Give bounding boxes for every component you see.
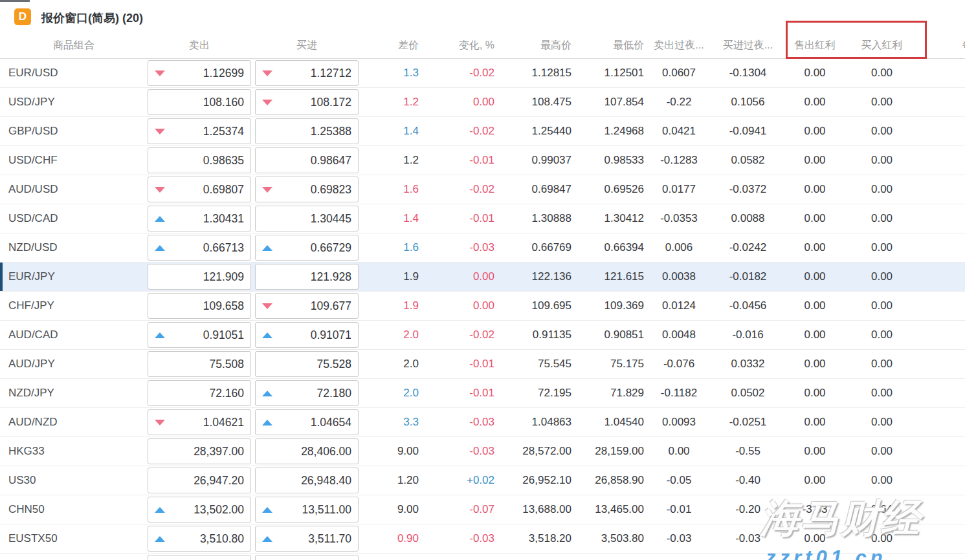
buy-price-button[interactable]: 1.12712 [255, 60, 359, 86]
table-row[interactable]: EUSTX50 3,510.80 3,511.70 0.90 -0.03 3,5… [0, 524, 965, 554]
table-row[interactable]: AUD/JPY 75.508 75.528 2.0 -0.01 75.545 7… [0, 350, 965, 379]
sell-overnight-value: -0.03 [644, 532, 714, 545]
sell-price-button[interactable]: 1.12699 [148, 60, 251, 86]
sell-cell: 109.658 [148, 293, 251, 319]
sell-price-button[interactable]: 0.98635 [148, 147, 251, 173]
sell-price: 109.658 [165, 299, 244, 313]
table-row[interactable]: USD/CAD 1.30431 1.30445 1.4 -0.01 1.3088… [0, 204, 965, 233]
table-row[interactable]: NZD/USD 0.66713 0.66729 1.6 -0.03 0.6676… [0, 233, 965, 263]
table-row[interactable]: AUD/USD 0.69807 0.69823 1.6 -0.02 0.6984… [0, 175, 965, 204]
sell-price-button[interactable]: 13,502.00 [148, 497, 251, 522]
symbol-label: NZD/USD [0, 241, 148, 254]
column-header-buy-overnight[interactable]: 买进过夜... [714, 39, 782, 52]
table-row[interactable]: GBP/USD 1.25374 1.25388 1.4 -0.02 1.2544… [0, 117, 965, 146]
table-row[interactable]: CHF/JPY 109.658 109.677 1.9 0.00 109.695… [0, 292, 965, 321]
buy-cell: 0.66729 [255, 235, 359, 261]
sell-cell: 0.91051 [148, 322, 251, 348]
sell-dividend-value: -3.53 [782, 503, 848, 516]
buy-price-button[interactable]: 75.528 [255, 351, 359, 377]
sell-price-button[interactable]: 1.25374 [148, 118, 251, 144]
buy-price-button[interactable]: 26,948.40 [255, 468, 359, 493]
sell-price: 1.12699 [165, 67, 244, 80]
buy-overnight-value: -0.0456 [714, 299, 782, 312]
table-row[interactable]: USD/CHF 0.98635 0.98647 1.2 -0.01 0.9903… [0, 146, 965, 175]
spread-value: 1.20 [359, 474, 421, 487]
buy-price-button[interactable]: 0.98647 [255, 147, 359, 173]
high-value: 122.136 [494, 270, 571, 283]
sell-price-button[interactable]: 75.508 [148, 351, 251, 377]
symbol-label: EUR/JPY [0, 270, 148, 283]
table-row[interactable]: US30 26,947.20 26,948.40 1.20 +0.02 26,9… [0, 466, 965, 495]
buy-price-button[interactable]: 0.69823 [255, 177, 359, 202]
sell-price-button[interactable]: 121.909 [148, 264, 251, 290]
buy-price: 1.25388 [272, 125, 351, 138]
buy-price: 26,948.40 [272, 474, 351, 488]
buy-price-button[interactable]: 0.66729 [255, 235, 359, 261]
buy-cell: 28,406.00 [255, 438, 359, 464]
column-header-buy-dividend[interactable]: 买入红利 [848, 39, 916, 52]
sell-price-button[interactable]: 109.658 [148, 293, 251, 319]
sell-price-button[interactable]: 0.66713 [148, 235, 251, 261]
column-header-low[interactable]: 最低价 [571, 39, 644, 52]
high-value: 109.695 [494, 299, 571, 312]
column-header-sell-overnight[interactable]: 卖出过夜... [644, 39, 714, 52]
buy-price-button[interactable]: 1.30445 [255, 206, 359, 232]
buy-price-button[interactable] [255, 555, 359, 560]
column-header-buy[interactable]: 买进 [255, 39, 359, 52]
buy-price-button[interactable]: 109.677 [255, 293, 359, 319]
buy-price-button[interactable]: 121.928 [255, 264, 359, 290]
buy-cell: 109.677 [255, 293, 359, 319]
table-row[interactable]: EUR/USD 1.12699 1.12712 1.3 -0.02 1.1281… [0, 59, 965, 88]
table-row[interactable]: EUR/JPY 121.909 121.928 1.9 0.00 122.136… [0, 263, 965, 292]
table-row[interactable]: CHN50 13,502.00 13,511.00 9.00 -0.07 13,… [0, 495, 965, 524]
sell-price: 72.160 [165, 387, 244, 400]
buy-overnight-value: -0.016 [714, 328, 782, 341]
sell-price-button[interactable]: 26,947.20 [148, 468, 251, 493]
column-header-per[interactable]: 每 [916, 39, 965, 52]
sell-price-button[interactable]: 1.30431 [148, 206, 251, 232]
symbol-label: AUD/CAD [0, 328, 148, 341]
spread-value: 3.3 [359, 416, 421, 429]
buy-price: 0.69823 [272, 183, 351, 197]
buy-price-button[interactable]: 28,406.00 [255, 438, 359, 464]
buy-price-button[interactable]: 0.91071 [255, 322, 359, 348]
table-row[interactable]: AUD/CAD 0.91051 0.91071 2.0 -0.02 0.9113… [0, 321, 965, 350]
sell-price-button[interactable]: 28,397.00 [148, 438, 251, 464]
table-row[interactable]: HKG33 28,397.00 28,406.00 9.00 -0.03 28,… [0, 437, 965, 466]
buy-price-button[interactable]: 1.04654 [255, 409, 359, 435]
buy-cell: 121.928 [255, 264, 359, 290]
buy-price-button[interactable]: 1.25388 [255, 118, 359, 144]
sell-price-button[interactable]: 108.160 [148, 89, 251, 115]
symbol-label: CHN50 [0, 503, 148, 516]
buy-price-button[interactable]: 72.180 [255, 380, 359, 406]
change-value: -0.03 [421, 445, 494, 458]
buy-price-button[interactable]: 3,511.70 [255, 526, 359, 552]
column-header-high[interactable]: 最高价 [494, 39, 571, 52]
buy-price-button[interactable]: 108.172 [255, 89, 359, 115]
sell-overnight-value: 0.0048 [644, 328, 714, 341]
table-row[interactable]: NZD/JPY 72.160 72.180 2.0 -0.01 72.195 7… [0, 379, 965, 408]
column-header-symbol[interactable]: 商品组合 [0, 39, 148, 52]
change-value: -0.01 [421, 154, 494, 167]
table-row-partial[interactable] [0, 554, 965, 560]
sell-price-button[interactable]: 0.69807 [148, 177, 251, 202]
buy-price: 75.528 [272, 358, 351, 371]
column-header-spread[interactable]: 差价 [359, 39, 421, 52]
app-icon: D [14, 8, 31, 25]
symbol-label: EUR/USD [0, 67, 148, 80]
sell-price-button[interactable]: 3,510.80 [148, 526, 251, 552]
buy-price: 13,511.00 [272, 503, 351, 517]
buy-price-button[interactable]: 13,511.00 [255, 497, 359, 522]
column-header-sell-dividend[interactable]: 售出红利 [782, 39, 848, 52]
sell-price-button[interactable]: 0.91051 [148, 322, 251, 348]
table-row[interactable]: AUD/NZD 1.04621 1.04654 3.3 -0.03 1.0486… [0, 408, 965, 437]
table-row[interactable]: USD/JPY 108.160 108.172 1.2 0.00 108.475… [0, 88, 965, 117]
column-header-change[interactable]: 变化, % [421, 39, 494, 52]
sell-price-button[interactable]: 72.160 [148, 380, 251, 406]
sell-price-button[interactable] [148, 555, 251, 560]
table-header-row: 商品组合 卖出 买进 差价 变化, % 最高价 最低价 卖出过夜... 买进过夜… [0, 32, 965, 59]
buy-dividend-value: 0.00 [848, 416, 916, 429]
column-header-sell[interactable]: 卖出 [148, 39, 251, 52]
buy-cell: 108.172 [255, 89, 359, 115]
sell-price-button[interactable]: 1.04621 [148, 409, 251, 435]
